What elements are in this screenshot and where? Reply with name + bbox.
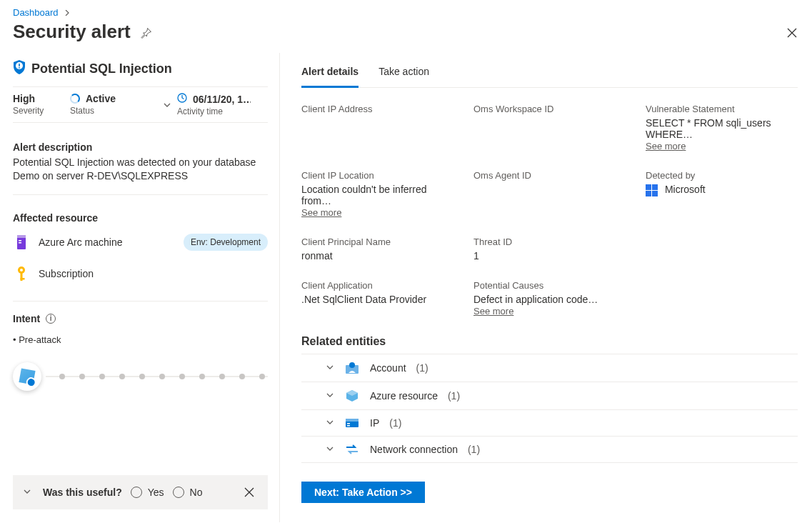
svg-rect-7 bbox=[19, 242, 21, 244]
alert-title: Potential SQL Injection bbox=[31, 61, 172, 76]
chevron-right-icon bbox=[64, 8, 70, 18]
resource-label: Subscription bbox=[39, 268, 94, 279]
entity-row-azure[interactable]: Azure resource (1) bbox=[301, 382, 798, 410]
resource-row-arc[interactable]: Azure Arc machine Env: Development bbox=[13, 234, 268, 251]
resource-label: Azure Arc machine bbox=[39, 236, 123, 248]
field-label: Vulnerable Statement bbox=[646, 104, 798, 114]
entity-count: (1) bbox=[448, 390, 460, 402]
feedback-no-label: No bbox=[190, 487, 203, 498]
status-dropdown[interactable]: Active Status bbox=[70, 93, 177, 116]
server-icon bbox=[13, 234, 30, 251]
description-heading: Alert description bbox=[13, 141, 268, 153]
field-value: ronmat bbox=[301, 250, 453, 261]
svg-point-13 bbox=[349, 362, 355, 368]
chevron-down-icon bbox=[326, 390, 334, 402]
field-value: Location couldn't be inferred from… bbox=[301, 184, 453, 206]
field-label: Oms Workspace ID bbox=[473, 104, 626, 114]
entity-count: (1) bbox=[468, 444, 480, 455]
entity-count: (1) bbox=[416, 362, 428, 374]
divider bbox=[13, 194, 268, 195]
info-icon[interactable]: i bbox=[46, 314, 56, 324]
field-label: Threat ID bbox=[473, 236, 626, 247]
see-more-link[interactable]: See more bbox=[646, 141, 686, 151]
chevron-down-icon bbox=[326, 417, 334, 429]
tab-alert-details[interactable]: Alert details bbox=[301, 60, 359, 88]
field-label: Potential Causes bbox=[473, 280, 626, 291]
svg-rect-11 bbox=[21, 278, 25, 280]
timeline-start-icon bbox=[13, 362, 41, 391]
field-label: Oms Agent ID bbox=[473, 170, 626, 181]
see-more-link[interactable]: See more bbox=[473, 306, 513, 317]
field-label: Client Principal Name bbox=[301, 236, 453, 247]
key-icon bbox=[13, 265, 30, 282]
related-entities-heading: Related entities bbox=[301, 335, 798, 348]
feedback-no[interactable]: No bbox=[173, 487, 203, 498]
activity-time-label: Activity time bbox=[177, 106, 251, 116]
entity-row-account[interactable]: Account (1) bbox=[301, 354, 798, 382]
entity-label: IP bbox=[370, 417, 379, 429]
feedback-question: Was this useful? bbox=[43, 487, 122, 498]
svg-rect-19 bbox=[347, 425, 350, 427]
close-icon[interactable] bbox=[241, 484, 258, 501]
cube-icon bbox=[344, 389, 360, 402]
entity-label: Network connection bbox=[370, 444, 458, 455]
field-value: SELECT * FROM sqli_users WHERE… bbox=[646, 117, 798, 140]
svg-point-9 bbox=[20, 269, 23, 272]
close-icon[interactable] bbox=[783, 24, 801, 41]
entity-row-network[interactable]: Network connection (1) bbox=[301, 437, 798, 463]
chevron-down-icon bbox=[326, 444, 334, 455]
ip-icon bbox=[344, 418, 360, 428]
field-label: Detected by bbox=[646, 170, 798, 181]
divider bbox=[13, 301, 268, 302]
chevron-down-icon bbox=[326, 362, 334, 374]
resource-row-sub[interactable]: Subscription bbox=[13, 265, 268, 282]
entity-label: Account bbox=[370, 362, 406, 374]
affected-heading: Affected resource bbox=[13, 212, 268, 224]
account-icon bbox=[344, 362, 360, 374]
breadcrumb: Dashboard bbox=[0, 0, 812, 18]
svg-rect-6 bbox=[19, 240, 21, 241]
svg-rect-5 bbox=[17, 235, 26, 238]
entity-row-ip[interactable]: IP (1) bbox=[301, 410, 798, 437]
field-value: Microsoft bbox=[646, 184, 798, 196]
feedback-bar: Was this useful? Yes No bbox=[13, 475, 268, 509]
entity-count: (1) bbox=[389, 417, 401, 429]
activity-time-value: 06/11/20, 1… bbox=[193, 94, 251, 105]
description-text: Potential SQL Injection was detected on … bbox=[13, 156, 268, 183]
svg-rect-18 bbox=[347, 423, 350, 424]
pin-icon[interactable] bbox=[138, 24, 155, 41]
field-value: .Net SqlClient Data Provider bbox=[301, 294, 453, 305]
tab-take-action[interactable]: Take action bbox=[379, 60, 429, 87]
field-value: Defect in application code… bbox=[473, 294, 626, 305]
page-title: Security alert bbox=[13, 21, 131, 43]
entity-label: Azure resource bbox=[370, 390, 438, 402]
see-more-link[interactable]: See more bbox=[301, 207, 341, 218]
intent-heading: Intent bbox=[13, 313, 40, 324]
intent-timeline bbox=[13, 362, 268, 391]
env-tag: Env: Development bbox=[184, 234, 268, 251]
chevron-down-icon[interactable] bbox=[23, 487, 31, 498]
status-value: Active bbox=[86, 93, 116, 104]
field-label: Client IP Location bbox=[301, 170, 453, 181]
breadcrumb-root[interactable]: Dashboard bbox=[13, 7, 59, 18]
field-value: 1 bbox=[473, 250, 626, 261]
svg-rect-17 bbox=[346, 419, 359, 422]
radio-icon bbox=[173, 487, 184, 498]
intent-item: Pre-attack bbox=[13, 334, 268, 345]
radio-icon bbox=[131, 487, 142, 498]
field-label: Client Application bbox=[301, 280, 453, 291]
chevron-down-icon bbox=[163, 100, 171, 111]
severity-label: Severity bbox=[13, 106, 53, 116]
feedback-yes[interactable]: Yes bbox=[131, 487, 164, 498]
next-take-action-button[interactable]: Next: Take Action >> bbox=[301, 482, 425, 503]
shield-icon bbox=[13, 60, 26, 78]
field-label: Client IP Address bbox=[301, 104, 453, 114]
severity-value: High bbox=[13, 93, 53, 104]
svg-rect-1 bbox=[19, 64, 20, 66]
network-icon bbox=[344, 444, 360, 454]
status-label: Status bbox=[70, 106, 160, 116]
feedback-yes-label: Yes bbox=[148, 487, 164, 498]
microsoft-icon bbox=[646, 184, 658, 196]
svg-rect-2 bbox=[19, 67, 20, 69]
clock-icon bbox=[177, 93, 187, 105]
